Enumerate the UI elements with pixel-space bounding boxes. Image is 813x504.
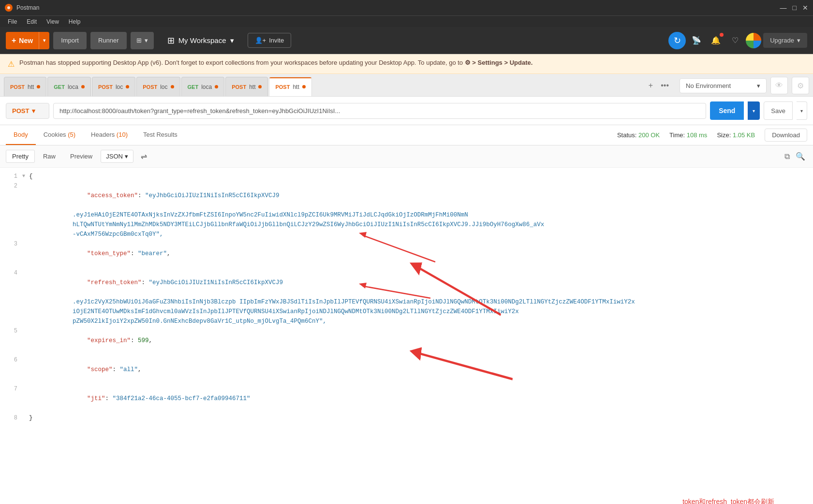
sync-icon: ↻ [674, 35, 681, 46]
menu-file[interactable]: File [4, 17, 21, 26]
method-arrow: ▾ [32, 107, 35, 115]
wrap-btn[interactable]: ⇌ [135, 149, 152, 163]
app-title: Postman [16, 4, 39, 11]
satellite-icon: 📡 [692, 36, 701, 45]
menu-view[interactable]: View [43, 17, 63, 26]
pretty-btn[interactable]: Pretty [6, 150, 35, 163]
menu-edit[interactable]: Edit [23, 17, 41, 26]
more-tabs-btn[interactable]: ••• [658, 77, 672, 94]
code-line-4c: iOjE2NTE4OTUwMDksImF1dGhvcml0aWVzIsInJpb… [0, 307, 813, 317]
sync-button[interactable]: ↻ [668, 32, 686, 49]
workspace-label: My Workspace [178, 36, 226, 44]
tab-4[interactable]: POST loc [136, 77, 180, 96]
request-bar: POST ▾ Send ▾ Save ▾ [0, 97, 813, 125]
code-line-4b: .eyJ1c2VyX25hbWUiOiJ6aGFuZ3NhbiIsInNjb3B… [0, 297, 813, 307]
tab-1-dot [37, 85, 40, 88]
import-button[interactable]: Import [53, 32, 87, 49]
bell-icon: 🔔 [711, 36, 721, 45]
notification-btn[interactable]: 🔔 [707, 32, 724, 49]
new-label: New [19, 37, 33, 44]
minimize-btn[interactable]: — [780, 4, 787, 12]
satellite-icon-btn[interactable]: 📡 [688, 32, 705, 49]
upgrade-arrow: ▾ [797, 37, 800, 44]
tab-6-method: POST [232, 84, 246, 90]
env-selected: No Environment [686, 82, 731, 89]
upgrade-button[interactable]: Upgrade ▾ [763, 33, 807, 48]
settings-btn[interactable]: ⚙ [792, 77, 809, 94]
tab-7-active[interactable]: POST htt [269, 77, 311, 96]
response-tab-test-results[interactable]: Test Results [135, 125, 185, 145]
tab-5-dot [215, 85, 218, 88]
app-logo [5, 4, 13, 12]
environment-selector[interactable]: No Environment ▾ [680, 78, 767, 93]
invite-icon: 👤+ [255, 37, 266, 44]
close-btn[interactable]: ✕ [802, 4, 808, 12]
window-controls[interactable]: — □ ✕ [780, 4, 808, 12]
upgrade-label: Upgrade [770, 37, 794, 44]
eye-btn[interactable]: 👁 [770, 77, 788, 94]
workspace-button[interactable]: ⊞ My Workspace ▾ [162, 31, 240, 50]
code-line-4d: pZW50X2lkIjoiY2xpZW50In0.GnNExhcBdepv8Ga… [0, 317, 813, 326]
heart-icon: ♡ [732, 36, 739, 45]
copy-btn[interactable]: ⧉ [783, 150, 792, 163]
format-toolbar-right: ⧉ 🔍 [783, 150, 807, 163]
add-tab-btn[interactable]: + [646, 77, 656, 94]
new-button[interactable]: + New ▾ [6, 32, 49, 49]
extra-button[interactable]: ⊞ ▾ [131, 32, 154, 49]
send-dropdown-btn[interactable]: ▾ [748, 101, 760, 120]
menu-help[interactable]: Help [65, 17, 85, 26]
response-tab-headers[interactable]: Headers (10) [83, 125, 135, 145]
invite-label: Invite [269, 37, 284, 44]
format-value: JSON [106, 153, 123, 160]
save-dropdown-btn[interactable]: ▾ [797, 101, 807, 120]
dropdown-arrow: ▾ [145, 37, 148, 44]
tab-1[interactable]: POST htt [4, 77, 46, 96]
preview-btn[interactable]: Preview [64, 150, 99, 163]
workspace-icon: ⊞ [167, 35, 175, 46]
tab-6-dot [258, 85, 262, 88]
search-response-btn[interactable]: 🔍 [794, 150, 807, 163]
invite-button[interactable]: 👤+ Invite [248, 33, 292, 48]
tab-6[interactable]: POST htt [225, 77, 268, 96]
code-line-3: 3 "token_type": "bearer", [0, 239, 813, 268]
annotation-text: token和refresh_token都会刷新 [682, 498, 774, 504]
runner-button[interactable]: Runner [90, 32, 127, 49]
toolbar-icons: ↻ 📡 🔔 ♡ Upgrade ▾ [668, 32, 807, 49]
response-tab-body[interactable]: Body [6, 125, 36, 145]
tab-5[interactable]: GET loca [181, 77, 225, 96]
code-line-2c: hLTQwNTUtYmNmNy1lMmZhMDk5NDY3MTEiLCJjbGl… [0, 220, 813, 230]
env-bar: No Environment ▾ 👁 ⚙ [680, 77, 809, 96]
size-value: 1.05 KB [733, 131, 755, 139]
status-label: Status: 200 OK [617, 131, 660, 139]
response-tabs: Body Cookies (5) Headers (10) Test Resul… [0, 125, 813, 145]
response-section: Body Cookies (5) Headers (10) Test Resul… [0, 125, 813, 504]
env-dropdown-arrow: ▾ [757, 82, 760, 89]
avatar[interactable] [746, 33, 761, 48]
save-button[interactable]: Save [764, 101, 793, 120]
tab-3[interactable]: POST loc [92, 77, 135, 96]
tab-2[interactable]: GET loca [47, 77, 91, 96]
raw-btn[interactable]: Raw [37, 150, 62, 163]
update-banner: ⚠ Postman has stopped supporting Desktop… [0, 54, 813, 74]
tabs-row: POST htt GET loca POST loc POST loc [0, 74, 813, 97]
time-display: Time: 108 ms [669, 131, 707, 139]
url-input[interactable] [53, 103, 706, 119]
heart-btn[interactable]: ♡ [726, 32, 744, 49]
maximize-btn[interactable]: □ [793, 4, 797, 12]
tab-5-label: loca [201, 84, 212, 90]
tab-4-dot [171, 85, 174, 88]
format-arrow: ▾ [125, 153, 128, 160]
format-select[interactable]: JSON ▾ [101, 150, 133, 163]
fold-toggle-1[interactable]: ▼ [22, 172, 29, 180]
tab-2-method: GET [54, 84, 65, 90]
new-dropdown-arrow[interactable]: ▾ [39, 32, 49, 49]
download-button[interactable]: Download [765, 129, 807, 142]
send-button[interactable]: Send [710, 101, 744, 120]
tab-5-method: GET [188, 84, 199, 90]
main-wrapper: POST htt GET loca POST loc POST loc [0, 74, 813, 504]
new-button-main[interactable]: + New [6, 32, 39, 49]
tab-2-dot [81, 85, 85, 88]
response-tab-cookies[interactable]: Cookies (5) [36, 125, 83, 145]
code-line-2d: -vCAxM756WzpcGBm0cxTq0Y", [0, 230, 813, 239]
method-select[interactable]: POST ▾ [6, 103, 49, 119]
